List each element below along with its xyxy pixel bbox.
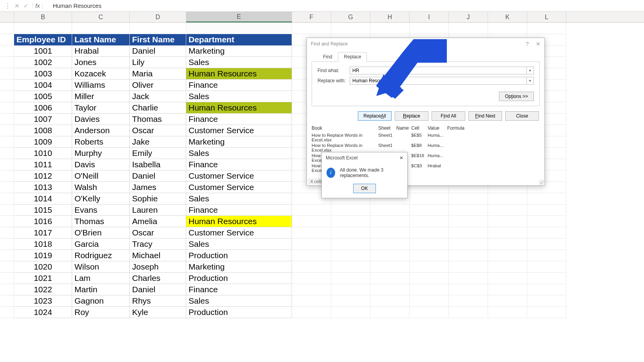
cell-department[interactable]: Marketing [186, 261, 292, 273]
cell-last-name[interactable]: Davis [72, 159, 130, 170]
replace-all-button[interactable]: Replace All [358, 111, 392, 121]
cell-first-name[interactable]: Kyle [130, 307, 186, 318]
cell-emp-id[interactable]: 1016 [14, 216, 72, 227]
find-all-button[interactable]: Find All [432, 111, 465, 121]
col-header[interactable]: I [410, 12, 449, 22]
tab-find[interactable]: Find [317, 52, 338, 62]
cell-last-name[interactable]: Williams [72, 80, 130, 91]
cell-first-name[interactable]: Oscar [130, 227, 186, 239]
col-header[interactable]: L [527, 12, 566, 22]
find-what-input[interactable] [350, 67, 527, 74]
cell-first-name[interactable]: Oscar [130, 125, 186, 136]
replace-with-dropdown-icon[interactable]: ▾ [527, 77, 534, 85]
table-row[interactable]: 1019RodriguezMichaelProduction [0, 250, 644, 261]
cell-first-name[interactable]: Lily [130, 57, 186, 68]
cell-emp-id[interactable]: 1019 [14, 250, 72, 261]
cell-department[interactable]: Sales [186, 91, 292, 102]
col-header[interactable]: F [292, 12, 331, 22]
cell-last-name[interactable]: Roy [72, 307, 130, 318]
cell-emp-id[interactable]: 1021 [14, 273, 72, 284]
cell-department[interactable]: Production [186, 273, 292, 284]
cell-first-name[interactable]: Daniel [130, 170, 186, 182]
table-row[interactable]: 1016ThomasAmeliaHuman Resources [0, 216, 644, 227]
table-header-last[interactable]: Last Name [72, 34, 130, 45]
table-row[interactable]: 1015EvansLaurenFinance [0, 205, 644, 216]
cell-first-name[interactable]: Rhys [130, 295, 186, 307]
find-next-button[interactable]: Find Next [468, 111, 502, 121]
close-button[interactable]: Close [505, 111, 539, 121]
cell-last-name[interactable]: O'Kelly [72, 193, 130, 205]
table-header-first[interactable]: First Name [130, 34, 186, 45]
cell-first-name[interactable]: Tracy [130, 239, 186, 250]
cell-first-name[interactable]: Joseph [130, 261, 186, 273]
cell-first-name[interactable]: Daniel [130, 284, 186, 295]
cell-last-name[interactable]: O'Neill [72, 170, 130, 182]
cell-department[interactable]: Marketing [186, 45, 292, 57]
cell-department[interactable]: Sales [186, 193, 292, 205]
cell-first-name[interactable]: Maria [130, 68, 186, 80]
result-row[interactable]: How to Replace Words in Excel.xlsxSheet1… [312, 132, 540, 143]
cell-emp-id[interactable]: 1024 [14, 307, 72, 318]
cell-department[interactable]: Customer Service [186, 182, 292, 193]
cell-first-name[interactable]: Isabella [130, 159, 186, 170]
options-button[interactable]: Options >> [499, 92, 534, 101]
replace-button[interactable]: Replace [395, 111, 428, 121]
cell-first-name[interactable]: Jake [130, 136, 186, 148]
fb-cancel-icon[interactable]: ✕ [15, 2, 20, 9]
cell-department[interactable]: Customer Service [186, 125, 292, 136]
cell-emp-id[interactable]: 1022 [14, 284, 72, 295]
cell-last-name[interactable]: Anderson [72, 125, 130, 136]
cell-emp-id[interactable]: 1005 [14, 91, 72, 102]
col-header-corner[interactable] [0, 12, 14, 22]
cell-emp-id[interactable]: 1004 [14, 80, 72, 91]
ok-button[interactable]: OK [353, 184, 376, 193]
cell-last-name[interactable]: Kozacek [72, 68, 130, 80]
table-row[interactable]: 1022MartinDanielFinance [0, 284, 644, 295]
table-row[interactable]: 1021LamCharlesProduction [0, 273, 644, 284]
cell-department[interactable]: Human Resources [186, 102, 292, 114]
cell-emp-id[interactable]: 1008 [14, 125, 72, 136]
cell-emp-id[interactable]: 1010 [14, 148, 72, 159]
help-icon[interactable]: ? [526, 41, 529, 47]
cell-first-name[interactable]: Michael [130, 250, 186, 261]
cell-emp-id[interactable]: 1002 [14, 57, 72, 68]
cell-last-name[interactable]: Roberts [72, 136, 130, 148]
cell-department[interactable]: Finance [186, 114, 292, 125]
table-header-dept[interactable]: Department [186, 34, 292, 45]
cell-last-name[interactable]: O'Brien [72, 227, 130, 239]
fb-enter-icon[interactable]: ✓ [24, 2, 29, 9]
cell-last-name[interactable]: Rodriguez [72, 250, 130, 261]
tab-replace[interactable]: Replace [338, 52, 367, 62]
resize-grip-icon[interactable] [539, 180, 544, 185]
cell-emp-id[interactable]: 1009 [14, 136, 72, 148]
cell-department[interactable]: Production [186, 250, 292, 261]
col-header[interactable]: D [130, 12, 186, 22]
cell-emp-id[interactable]: 1020 [14, 261, 72, 273]
cell-last-name[interactable]: Evans [72, 205, 130, 216]
col-header[interactable]: G [331, 12, 370, 22]
cell-department[interactable]: Finance [186, 80, 292, 91]
cell-last-name[interactable]: Walsh [72, 182, 130, 193]
cell-last-name[interactable]: Thomas [72, 216, 130, 227]
cell-first-name[interactable]: James [130, 182, 186, 193]
col-header[interactable]: J [449, 12, 488, 22]
col-header-selected[interactable]: E [186, 12, 292, 22]
cell-first-name[interactable]: Sophie [130, 193, 186, 205]
messagebox-titlebar[interactable]: Microsoft Excel ✕ [322, 152, 407, 163]
cell-emp-id[interactable]: 1014 [14, 193, 72, 205]
cell-department[interactable]: Finance [186, 159, 292, 170]
cell-last-name[interactable]: Davies [72, 114, 130, 125]
cell-department[interactable]: Human Resources [186, 216, 292, 227]
col-header[interactable]: K [488, 12, 527, 22]
table-row[interactable]: 1024RoyKyleProduction [0, 307, 644, 318]
cell-emp-id[interactable]: 1015 [14, 205, 72, 216]
cell-department[interactable]: Sales [186, 239, 292, 250]
replace-with-input[interactable] [350, 77, 527, 85]
find-what-dropdown-icon[interactable]: ▾ [527, 67, 534, 74]
cell-first-name[interactable]: Charlie [130, 102, 186, 114]
cell-emp-id[interactable]: 1023 [14, 295, 72, 307]
cell-department[interactable]: Human Resources [186, 68, 292, 80]
cell-first-name[interactable]: Emily [130, 148, 186, 159]
cell-department[interactable]: Sales [186, 295, 292, 307]
cell-last-name[interactable]: Lam [72, 273, 130, 284]
